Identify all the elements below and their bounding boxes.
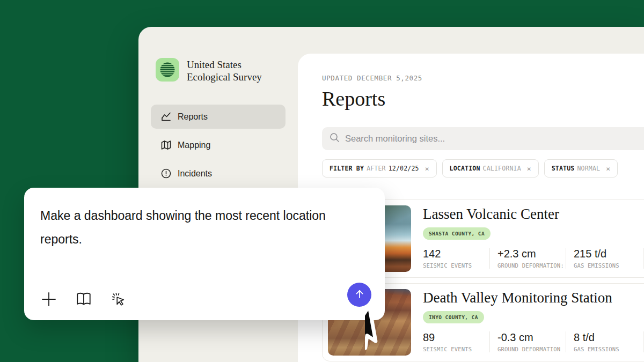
filter-chip-location[interactable]: LOCATION CALIFORNIA × — [442, 159, 539, 178]
stat-value: -0.3 cm — [497, 331, 566, 344]
stat-ground-deformation: -0.3 cm GROUND DEFORMATION — [490, 331, 566, 352]
map-icon — [160, 140, 171, 151]
open-book-icon — [76, 291, 92, 309]
stat-label: SEISMIC EVENTS — [423, 262, 489, 269]
stat-value: 142 — [423, 248, 489, 260]
sidebar-item-incidents[interactable]: Incidents — [151, 161, 286, 186]
actions-button[interactable] — [110, 291, 127, 308]
search-icon — [330, 132, 340, 145]
remove-filter-icon[interactable]: × — [606, 165, 610, 173]
prompt-toolbar — [40, 291, 127, 308]
prompt-card: Make a dashboard showing the most recent… — [24, 188, 385, 320]
stat-value: +2.3 cm — [497, 248, 566, 260]
send-button[interactable] — [347, 283, 371, 307]
sidebar-item-reports[interactable]: Reports — [151, 105, 286, 129]
brand-name: United States Ecological Survey — [187, 58, 262, 83]
filter-chip-label: STATUS — [552, 165, 575, 172]
report-card-body: Death Valley Monitoring Station INYO COU… — [423, 289, 643, 356]
sidebar-item-mapping[interactable]: Mapping — [151, 133, 286, 157]
stat-label: GAS EMISSIONS — [574, 262, 643, 269]
filter-chip-date[interactable]: FILTER BY AFTER 12/02/25 × — [322, 159, 437, 178]
filter-chip-status[interactable]: STATUS NORMAL × — [544, 159, 618, 178]
stat-seismic-events: 89 SEISMIC EVENTS — [423, 331, 490, 352]
updated-timestamp: UPDATED DECEMBER 5,2025 — [322, 74, 644, 82]
filter-chips: FILTER BY AFTER 12/02/25 × LOCATION CALI… — [322, 159, 644, 178]
remove-filter-icon[interactable]: × — [527, 165, 531, 173]
filter-chip-operator: AFTER — [367, 165, 386, 172]
filter-chip-label: FILTER BY — [330, 165, 364, 172]
stat-label: GROUND DEFORMATION — [497, 346, 566, 352]
remove-filter-icon[interactable]: × — [425, 165, 429, 173]
report-stats: 142 SEISMIC EVENTS +2.3 cm GROUND DEFORM… — [423, 248, 643, 269]
brand-name-line1: United States — [187, 58, 262, 71]
stat-label: SEISMIC EVENTS — [423, 346, 489, 352]
stat-label: GAS EMISSIONS — [574, 346, 643, 352]
page-title: Reports — [322, 87, 644, 110]
filter-chip-value: CALIFORNIA — [483, 165, 521, 172]
filter-chip-value: NORMAL — [577, 165, 600, 172]
cursor-click-icon — [111, 291, 127, 309]
report-card-body: Lassen Volcanic Center SHASTA COUNTY, CA… — [423, 205, 643, 272]
stat-gas-emissions: 215 t/d GAS EMISSIONS — [566, 248, 643, 269]
stat-ground-deformation: +2.3 cm GROUND DEFORMATION: — [490, 248, 566, 269]
stat-value: 89 — [423, 331, 489, 344]
sidebar-nav: Reports Mapping — [138, 105, 298, 186]
attach-button[interactable] — [40, 291, 57, 308]
stat-value: 8 t/d — [574, 331, 643, 344]
location-badge: SHASTA COUNTY, CA — [423, 227, 491, 240]
chart-line-icon — [160, 112, 171, 122]
brand: United States Ecological Survey — [138, 27, 298, 83]
stat-label: GROUND DEFORMATION: — [497, 262, 566, 269]
arrow-up-icon — [354, 288, 365, 301]
prompt-text: Make a dashboard showing the most recent… — [24, 188, 335, 251]
sidebar-item-label: Reports — [178, 112, 208, 122]
stat-seismic-events: 142 SEISMIC EVENTS — [423, 248, 490, 269]
alert-circle-icon — [160, 168, 171, 179]
search-bar[interactable] — [322, 127, 644, 150]
sidebar-item-label: Incidents — [178, 169, 212, 179]
filter-chip-label: LOCATION — [450, 165, 480, 172]
stat-value: 215 t/d — [574, 248, 643, 260]
search-input[interactable] — [345, 134, 624, 144]
filter-chip-value: 12/02/25 — [389, 165, 419, 172]
sidebar-item-label: Mapping — [178, 141, 210, 150]
plus-icon — [41, 291, 57, 309]
report-title: Lassen Volcanic Center — [423, 206, 643, 223]
report-title: Death Valley Monitoring Station — [423, 290, 643, 306]
stat-gas-emissions: 8 t/d GAS EMISSIONS — [566, 331, 643, 352]
logo-icon — [156, 58, 179, 82]
brand-name-line2: Ecological Survey — [187, 71, 262, 83]
report-stats: 89 SEISMIC EVENTS -0.3 cm GROUND DEFORMA… — [423, 331, 643, 352]
location-badge: INYO COUNTY, CA — [423, 311, 484, 323]
library-button[interactable] — [75, 291, 92, 308]
